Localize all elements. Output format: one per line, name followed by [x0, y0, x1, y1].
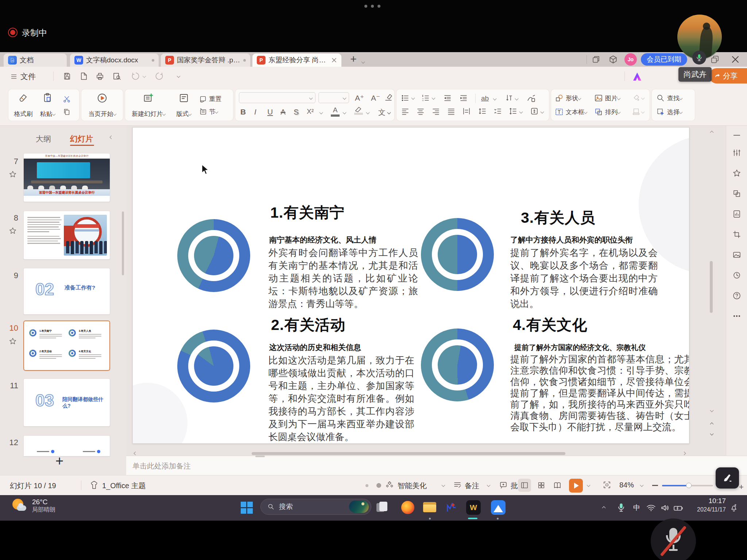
char-spacing-button[interactable]: ab: [481, 94, 489, 102]
wps-app-icon[interactable]: W: [465, 499, 481, 516]
output-convert-icon[interactable]: [79, 72, 88, 81]
play-options-chevron-icon[interactable]: [587, 483, 591, 487]
window-restore-icon[interactable]: [592, 55, 600, 64]
share-button[interactable]: 分享: [709, 68, 747, 83]
quadrant-2-subtitle[interactable]: 这次活动的历史和相关信息: [269, 342, 361, 353]
slide-9-thumbnail[interactable]: 02 准备工作有?: [23, 268, 110, 315]
smart-beautify-chevron-icon[interactable]: [442, 483, 445, 487]
image-tool-icon[interactable]: [732, 250, 741, 259]
paragraph-settings-icon[interactable]: [530, 107, 539, 116]
screenshot-tool-overlay[interactable]: [716, 467, 739, 489]
firefox-app-icon[interactable]: [400, 499, 416, 516]
highlight-chevron-icon[interactable]: [366, 111, 370, 114]
quadrant-4-title[interactable]: 4.有关文化: [513, 315, 587, 335]
align-left-icon[interactable]: [401, 107, 410, 116]
char-spacing-chevron-icon[interactable]: [493, 97, 497, 101]
convert-to-diagram-icon[interactable]: [526, 94, 536, 103]
close-window-icon[interactable]: [731, 55, 740, 64]
notes-panel[interactable]: 单击此处添加备注: [126, 456, 747, 475]
zoom-out-button[interactable]: [652, 485, 658, 486]
mic-status-badge[interactable]: [692, 51, 706, 65]
line-spacing-increase-icon[interactable]: [478, 107, 487, 116]
start-from-page-button[interactable]: 当页开始: [81, 89, 123, 121]
volume-icon[interactable]: [660, 503, 670, 513]
superscript-chevron-icon[interactable]: [320, 111, 323, 114]
pinyin-guide-button[interactable]: 文: [378, 108, 386, 117]
picture-button[interactable]: 图片: [594, 94, 620, 102]
select-button[interactable]: 选择: [656, 108, 682, 116]
window-drag-dots-icon[interactable]: [364, 5, 380, 8]
slides-tab[interactable]: 幻灯片: [70, 134, 93, 144]
superscript-button[interactable]: X²: [307, 108, 314, 116]
sidebar-scrollbar-thumb[interactable]: [122, 211, 124, 275]
new-tab-button[interactable]: +: [347, 53, 360, 65]
slide-7-thumbnail[interactable]: 首届中国—东盟建设部长圆桌会议举行 首届中国—东盟建设部长圆桌会议举行: [23, 153, 110, 202]
canvas-hscrollbar-thumb[interactable]: [252, 452, 565, 455]
undo-chevron-icon[interactable]: [143, 74, 146, 78]
italic-button[interactable]: I: [254, 108, 256, 116]
chart-document-icon[interactable]: [732, 210, 741, 218]
reset-button[interactable]: 重置: [199, 95, 221, 103]
properties-sliders-icon[interactable]: [732, 148, 741, 157]
highlight-color-button[interactable]: [354, 106, 363, 115]
font-color-button[interactable]: A: [331, 106, 340, 117]
format-painter-button[interactable]: 格式刷: [11, 89, 35, 121]
account-avatar[interactable]: Jo: [624, 53, 637, 66]
numbered-list-chevron-icon[interactable]: [432, 96, 436, 100]
ime-indicator[interactable]: 中: [633, 503, 640, 513]
slide-12-thumbnail[interactable]: [23, 435, 110, 456]
section-button[interactable]: 节: [199, 108, 218, 116]
taskbar-search-box[interactable]: 搜索: [260, 499, 371, 515]
wifi-icon[interactable]: [646, 503, 656, 513]
file-explorer-app-icon[interactable]: [422, 499, 438, 516]
quadrant-2-title[interactable]: 2.有关活动: [271, 315, 345, 335]
bold-button[interactable]: B: [240, 108, 246, 116]
tab-ppt-1[interactable]: P 国家奖学金答辩 .pptx: [161, 54, 250, 67]
tab-list-chevron-icon[interactable]: [362, 58, 364, 65]
view-normal-button[interactable]: [518, 479, 531, 492]
paragraph-settings-chevron-icon[interactable]: [541, 110, 544, 114]
canvas-vscrollbar-thumb[interactable]: [710, 261, 713, 313]
bullet-list-chevron-icon[interactable]: [411, 96, 415, 100]
font-size-select[interactable]: [318, 92, 349, 103]
play-slideshow-button[interactable]: [569, 479, 583, 493]
tray-expand-icon[interactable]: [602, 506, 606, 510]
search-highlight-image[interactable]: [349, 501, 369, 513]
text-direction-chevron-icon[interactable]: [515, 97, 519, 101]
slide-10-star-icon[interactable]: [9, 337, 17, 345]
text-shadow-button[interactable]: S: [294, 108, 299, 116]
quadrant-3-subtitle[interactable]: 了解中方接待人员和外宾的职位头衔: [510, 235, 633, 245]
find-button[interactable]: 查找: [656, 94, 682, 102]
favorites-star-icon[interactable]: [732, 169, 741, 178]
quadrant-1-title[interactable]: 1.有关南宁: [270, 203, 345, 223]
text-direction-icon[interactable]: [504, 94, 513, 102]
crop-tool-icon[interactable]: [732, 230, 741, 239]
line-spacing-decrease-icon[interactable]: [494, 107, 502, 116]
start-button[interactable]: [239, 499, 255, 516]
quadrant-3-body[interactable]: 提前了解外宾名字，在机场以及会议、晚宴以及多个场合，都需要翻译提前了解这个场合要…: [510, 246, 658, 310]
battery-icon[interactable]: [673, 503, 684, 513]
quickbar-more-chevron-icon[interactable]: [177, 74, 181, 78]
outline-tab[interactable]: 大纲: [36, 134, 51, 144]
app-center-cube-icon[interactable]: [608, 55, 618, 64]
line-spacing-icon[interactable]: [509, 107, 518, 116]
slide-11-thumbnail[interactable]: 03 陪同翻译都做些什么?: [23, 378, 110, 427]
zoom-slider-thumb[interactable]: [686, 483, 692, 488]
view-reading-button[interactable]: [551, 479, 564, 492]
zoom-level[interactable]: 84%: [619, 481, 634, 489]
main-menu-button[interactable]: 文件: [10, 71, 36, 82]
weather-widget[interactable]: 26°C 局部晴朗: [11, 497, 55, 514]
align-right-icon[interactable]: [431, 107, 440, 116]
layout-button[interactable]: 版式: [170, 89, 198, 121]
theme-name[interactable]: 1_Office 主题: [102, 481, 146, 491]
paste-button[interactable]: 粘贴: [35, 89, 59, 121]
statusbar-dot-large[interactable]: [376, 483, 381, 488]
slide-canvas[interactable]: 1.有关南宁 南宁基本的经济文化、风土人情 外宾有时会问翻译等中方工作人员有关南…: [132, 127, 689, 444]
increase-font-button[interactable]: A⁺: [355, 94, 364, 102]
fit-slide-icon[interactable]: [603, 481, 611, 489]
history-clock-icon[interactable]: [732, 271, 741, 280]
arrange-button[interactable]: 排列: [594, 108, 620, 116]
pinyin-chevron-icon[interactable]: [387, 111, 391, 114]
bullet-list-icon[interactable]: [401, 94, 410, 102]
redo-icon[interactable]: [155, 72, 163, 81]
